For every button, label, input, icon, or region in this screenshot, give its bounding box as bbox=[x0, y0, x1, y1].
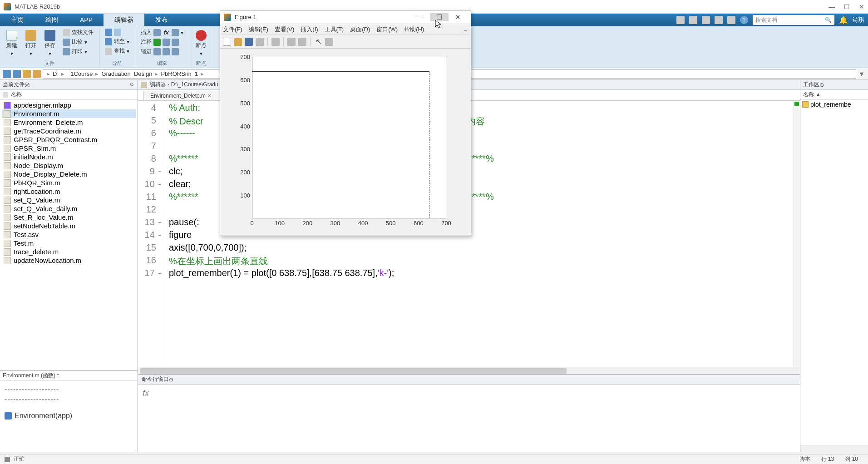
workspace-col-header[interactable]: 名称 ▲ bbox=[800, 90, 868, 100]
tab-home[interactable]: 主页 bbox=[0, 14, 35, 26]
print-button[interactable]: 打印 ▾ bbox=[61, 47, 95, 56]
path-seg-2[interactable]: PbRQRSim_1 bbox=[160, 70, 199, 77]
up-button[interactable] bbox=[23, 70, 31, 78]
fig-tool1-icon[interactable] bbox=[271, 38, 280, 46]
file-row[interactable]: GPSR_PbRQR_Contrast.m bbox=[2, 135, 136, 144]
file-tab-active[interactable]: Environment_Delete.m ✕ bbox=[143, 91, 218, 100]
command-input[interactable]: fx bbox=[138, 385, 800, 452]
figure-window[interactable]: Figure 1 — ☐ ✕ 文件(F) 编辑(E) 查看(V) 插入(I) 工… bbox=[220, 10, 471, 236]
line-number-gutter[interactable]: 4 5 6 7 8 9 -10 -11 12 13 -14 -15 16 17 … bbox=[138, 101, 165, 367]
figure-titlebar[interactable]: Figure 1 — ☐ ✕ bbox=[220, 10, 471, 24]
figure-close-button[interactable]: ✕ bbox=[449, 13, 467, 21]
indent-button[interactable]: 缩进 bbox=[139, 47, 185, 56]
user-name[interactable]: 诗琪 bbox=[853, 16, 864, 24]
help-icon[interactable]: ? bbox=[740, 16, 748, 24]
paste-icon[interactable] bbox=[702, 16, 710, 24]
browse-button[interactable] bbox=[33, 70, 41, 78]
figure-menu-tools[interactable]: 工具(T) bbox=[325, 25, 344, 34]
fig-print-icon[interactable] bbox=[256, 38, 264, 46]
doc-search-input[interactable]: 搜索文档 🔍 bbox=[753, 15, 834, 25]
file-row[interactable]: Environment.m bbox=[2, 109, 136, 118]
figure-menu-insert[interactable]: 插入(I) bbox=[301, 25, 318, 34]
fig-tool2-icon[interactable] bbox=[287, 38, 296, 46]
workspace-var[interactable]: plot_remembe bbox=[802, 101, 866, 108]
tab-close-icon[interactable]: ✕ bbox=[207, 93, 212, 99]
file-row[interactable]: set_Q_Value_daily.m bbox=[2, 204, 136, 213]
figure-menu-window[interactable]: 窗口(W) bbox=[376, 25, 398, 34]
copy-icon[interactable] bbox=[689, 16, 697, 24]
bell-icon[interactable]: 🔔 bbox=[839, 16, 848, 25]
file-row[interactable]: appdesigner.mlapp bbox=[2, 101, 136, 109]
tab-apps[interactable]: APP bbox=[69, 14, 104, 26]
file-row[interactable]: setNodeNebTable.m bbox=[2, 222, 136, 230]
file-row[interactable]: Test.m bbox=[2, 239, 136, 247]
file-row[interactable]: Node_Display.m bbox=[2, 161, 136, 170]
file-row[interactable]: set_Q_Value.m bbox=[2, 196, 136, 204]
undo-icon[interactable] bbox=[715, 16, 723, 24]
cut-icon[interactable] bbox=[676, 16, 685, 24]
tab-publish[interactable]: 发布 bbox=[144, 14, 179, 26]
path-drive[interactable]: D: bbox=[52, 70, 59, 77]
figure-maximize-button[interactable]: ☐ bbox=[430, 13, 449, 21]
breakpoints-button[interactable]: 断点▾ bbox=[193, 28, 209, 59]
goto-button[interactable]: 转至 ▾ bbox=[103, 37, 131, 46]
panel-menu-icon[interactable]: ⊙ bbox=[128, 82, 135, 88]
figure-menu-file[interactable]: 文件(F) bbox=[223, 25, 242, 34]
tab-editor[interactable]: 编辑器 bbox=[104, 14, 144, 26]
open-button[interactable]: 打开▾ bbox=[23, 28, 39, 59]
figure-menu-more-icon[interactable]: ⌄ bbox=[463, 26, 468, 33]
file-row[interactable]: Set_R_loc_Value.m bbox=[2, 213, 136, 222]
find-button[interactable]: 查找 ▾ bbox=[103, 47, 131, 55]
save-button[interactable]: 保存▾ bbox=[42, 28, 58, 59]
close-button[interactable]: ✕ bbox=[859, 3, 864, 10]
path-seg-0[interactable]: _1Course bbox=[66, 70, 94, 77]
fig-tool3-icon[interactable] bbox=[298, 38, 306, 46]
path-seg-1[interactable]: Graduation_Design bbox=[100, 70, 153, 77]
file-row[interactable]: updateNowLocation.m bbox=[2, 256, 136, 265]
figure-menu-help[interactable]: 帮助(H) bbox=[404, 25, 424, 34]
nav-back-button[interactable] bbox=[103, 28, 131, 36]
minimize-button[interactable]: — bbox=[829, 3, 835, 10]
redo-icon[interactable] bbox=[727, 16, 735, 24]
path-dropdown-icon[interactable]: ▾ bbox=[858, 69, 865, 78]
file-row[interactable]: PbRQR_Sim.m bbox=[2, 178, 136, 187]
file-row[interactable]: initialNode.m bbox=[2, 153, 136, 161]
fig-new-icon[interactable] bbox=[223, 38, 231, 46]
file-row[interactable]: getTraceCoordinate.m bbox=[2, 127, 136, 135]
file-row[interactable]: rightLocation.m bbox=[2, 187, 136, 196]
insert-button[interactable]: 插入 fx ▾ bbox=[139, 28, 185, 37]
forward-button[interactable] bbox=[13, 70, 21, 78]
figure-menu-desktop[interactable]: 桌面(D) bbox=[350, 25, 370, 34]
figure-minimize-button[interactable]: — bbox=[410, 13, 430, 21]
detail-collapse-icon[interactable]: ⌃ bbox=[55, 373, 60, 379]
file-column-header[interactable]: 名称 bbox=[0, 90, 138, 100]
file-row[interactable]: Node_Display_Delete.m bbox=[2, 170, 136, 178]
file-list[interactable]: appdesigner.mlappEnvironment.mEnvironmen… bbox=[0, 100, 138, 370]
figure-menu-view[interactable]: 查看(V) bbox=[275, 25, 294, 34]
workspace-hscroll[interactable] bbox=[800, 445, 868, 452]
axes[interactable] bbox=[252, 57, 446, 218]
cmd-menu-icon[interactable]: ⊙ bbox=[169, 376, 173, 383]
fig-open-icon[interactable] bbox=[234, 38, 242, 46]
new-button[interactable]: 新建▾ bbox=[4, 28, 20, 59]
comment-button[interactable]: 注释 bbox=[139, 38, 185, 46]
fig-arrow-icon[interactable]: ↖ bbox=[314, 38, 322, 46]
file-row[interactable]: GPSR_Sim.m bbox=[2, 144, 136, 153]
workspace-list[interactable]: plot_remembe bbox=[800, 100, 868, 109]
detail-func-name[interactable]: Environment(app) bbox=[15, 412, 72, 420]
workspace-menu-icon[interactable]: ⊙ bbox=[819, 82, 824, 88]
compare-button[interactable]: 比较 ▾ bbox=[61, 38, 95, 46]
figure-menu-edit[interactable]: 编辑(E) bbox=[249, 25, 268, 34]
figure-plot-area[interactable]: 700 600 500 400 300 200 100 0 100 200 30… bbox=[220, 49, 471, 236]
findfiles-button[interactable]: 查找文件 bbox=[61, 28, 95, 37]
maximize-button[interactable]: ☐ bbox=[844, 3, 850, 10]
message-bar[interactable] bbox=[794, 101, 800, 367]
fig-tool4-icon[interactable] bbox=[325, 38, 333, 46]
file-row[interactable]: Test.asv bbox=[2, 230, 136, 239]
tab-plots[interactable]: 绘图 bbox=[35, 14, 69, 26]
editor-hscroll[interactable] bbox=[138, 367, 800, 374]
fig-save-icon[interactable] bbox=[245, 38, 253, 46]
file-row[interactable]: trace_delete.m bbox=[2, 247, 136, 256]
back-button[interactable] bbox=[3, 70, 11, 78]
file-row[interactable]: Environment_Delete.m bbox=[2, 118, 136, 127]
